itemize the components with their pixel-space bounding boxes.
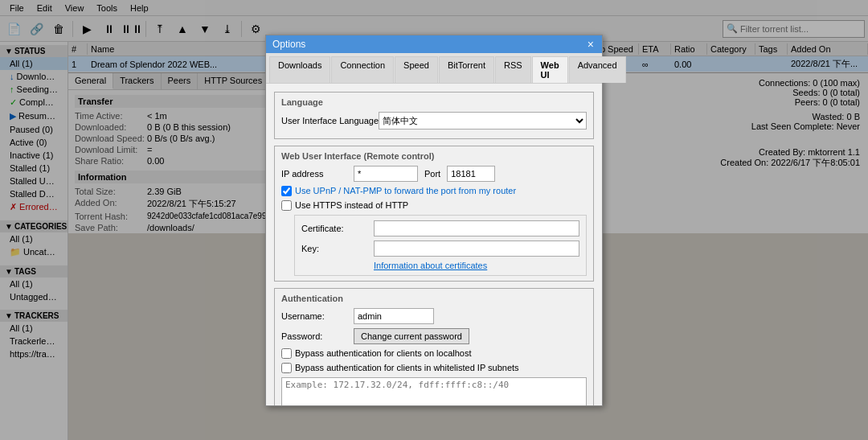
modal-tab-rss[interactable]: RSS <box>495 56 531 83</box>
modal-title: Options <box>272 39 305 50</box>
cert-row: Certificate: <box>301 220 579 236</box>
options-modal: Options × Downloads Connection Speed Bit… <box>265 35 603 406</box>
bypass-whitelist-label: Bypass authentication for clients in whi… <box>295 363 519 372</box>
modal-tabs: Downloads Connection Speed BitTorrent RS… <box>266 53 602 84</box>
modal-title-bar: Options × <box>266 35 602 53</box>
language-select[interactable]: 简体中文 <box>379 112 587 130</box>
cert-label: Certificate: <box>301 224 374 233</box>
modal-tab-bittorrent[interactable]: BitTorrent <box>439 56 494 83</box>
bypass-whitelist-row: Bypass authentication for clients in whi… <box>281 363 587 373</box>
upnp-row: Use UPnP / NAT-PMP to forward the port f… <box>281 186 587 196</box>
https-checkbox[interactable] <box>281 200 292 211</box>
password-row: Password: Change current password <box>281 328 587 344</box>
webui-fieldset: Web User Interface (Remote control) IP a… <box>274 146 594 282</box>
modal-overlay[interactable]: Options × Downloads Connection Speed Bit… <box>0 0 868 440</box>
modal-close-button[interactable]: × <box>586 39 596 50</box>
cert-input[interactable] <box>374 220 579 236</box>
upnp-label: Use UPnP / NAT-PMP to forward the port f… <box>295 186 516 195</box>
language-legend: Language <box>281 97 587 107</box>
username-row: Username: <box>281 308 587 324</box>
key-input[interactable] <box>374 241 579 257</box>
modal-tab-advanced[interactable]: Advanced <box>569 56 626 83</box>
https-label: Use HTTPS instead of HTTP <box>295 200 408 210</box>
bypass-localhost-checkbox[interactable] <box>281 348 292 359</box>
language-row: User Interface Language 简体中文 <box>281 112 587 130</box>
port-label: Port <box>424 169 440 179</box>
ip-input[interactable] <box>354 166 418 182</box>
username-input[interactable] <box>354 308 434 324</box>
bypass-localhost-label: Bypass authentication for clients on loc… <box>295 348 472 358</box>
language-label: User Interface Language <box>281 116 379 125</box>
bypass-whitelist-checkbox[interactable] <box>281 363 292 373</box>
ip-row: IP address Port <box>281 166 587 182</box>
key-label: Key: <box>301 244 374 253</box>
port-input[interactable] <box>447 166 495 182</box>
modal-tab-webui[interactable]: Web UI <box>532 56 568 83</box>
auth-fieldset: Authentication Username: Password: Chang… <box>274 288 594 405</box>
whitelist-textarea[interactable] <box>281 377 587 405</box>
auth-legend: Authentication <box>281 294 587 303</box>
password-label: Password: <box>281 331 354 341</box>
modal-tab-downloads[interactable]: Downloads <box>269 56 330 83</box>
bypass-localhost-row: Bypass authentication for clients on loc… <box>281 348 587 359</box>
modal-body: Language User Interface Language 简体中文 We… <box>266 84 602 405</box>
key-row: Key: <box>301 241 579 257</box>
username-label: Username: <box>281 311 354 321</box>
modal-tab-connection[interactable]: Connection <box>331 56 394 83</box>
change-password-button[interactable]: Change current password <box>354 328 469 344</box>
cert-link[interactable]: Information about certificates <box>374 261 579 270</box>
modal-tab-speed[interactable]: Speed <box>395 56 438 83</box>
webui-legend: Web User Interface (Remote control) <box>281 151 587 161</box>
https-row: Use HTTPS instead of HTTP <box>281 200 587 211</box>
ip-label: IP address <box>281 169 354 179</box>
upnp-checkbox[interactable] <box>281 186 292 196</box>
language-fieldset: Language User Interface Language 简体中文 <box>274 92 594 139</box>
